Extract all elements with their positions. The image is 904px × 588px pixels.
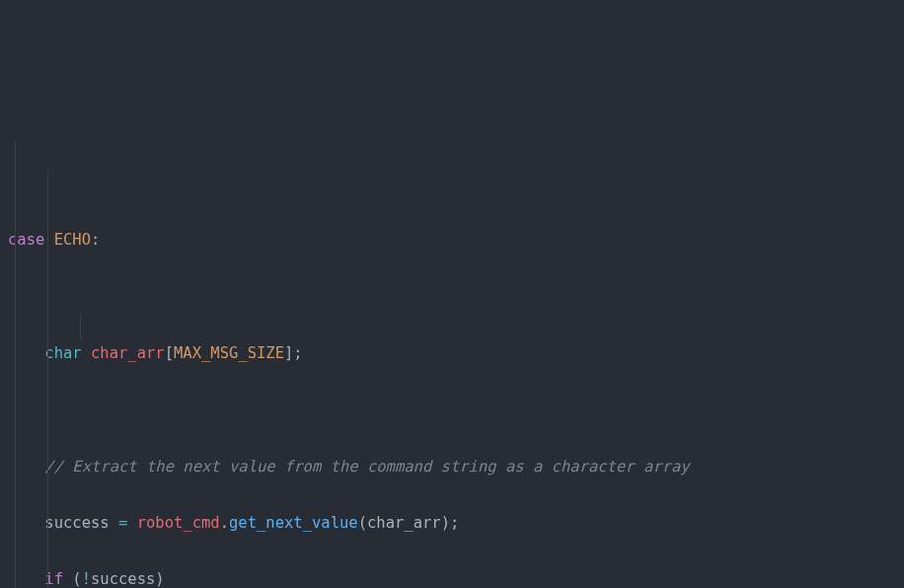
indent: [8, 458, 44, 476]
operator: =: [110, 514, 137, 532]
argument: char_arr: [367, 514, 441, 532]
indent: [8, 570, 44, 588]
code-block: case ECHO: char char_arr[MAX_MSG_SIZE]; …: [0, 113, 904, 588]
function-call: get_next_value: [229, 514, 358, 532]
indent-guide-2: [47, 171, 48, 588]
indent-guide-3: [80, 313, 81, 341]
code-line: if (!success): [8, 565, 896, 588]
space: [82, 344, 91, 362]
constant: ECHO: [54, 231, 91, 249]
operator-not: !: [82, 570, 91, 588]
code-line-blank: [8, 283, 896, 312]
identifier: success: [44, 514, 109, 532]
paren: ): [155, 570, 164, 588]
code-line-blank: [8, 396, 896, 424]
constant: MAX_MSG_SIZE: [174, 344, 284, 362]
comment: // Extract the next value from the comma…: [44, 458, 689, 476]
dot: .: [220, 514, 229, 532]
code-line: case ECHO:: [8, 226, 896, 255]
object: robot_cmd: [137, 514, 220, 532]
paren: (: [63, 570, 82, 588]
semicolon: ;: [450, 514, 459, 532]
colon: :: [91, 231, 100, 249]
keyword-case: case: [8, 231, 44, 249]
identifier: success: [91, 570, 155, 588]
code-line: // Extract the next value from the comma…: [8, 453, 896, 481]
indent: [8, 514, 44, 532]
type-keyword: char: [44, 344, 81, 362]
indent-guide-1: [15, 141, 16, 588]
space: [44, 231, 53, 249]
code-line: success = robot_cmd.get_next_value(char_…: [8, 509, 896, 538]
paren: ): [441, 514, 450, 532]
paren: (: [358, 514, 367, 532]
indent: [8, 344, 44, 362]
semicolon: ;: [293, 344, 302, 362]
code-line: char char_arr[MAX_MSG_SIZE];: [8, 339, 896, 368]
bracket: ]: [284, 344, 293, 362]
identifier: char_arr: [91, 344, 165, 362]
bracket: [: [165, 344, 174, 362]
